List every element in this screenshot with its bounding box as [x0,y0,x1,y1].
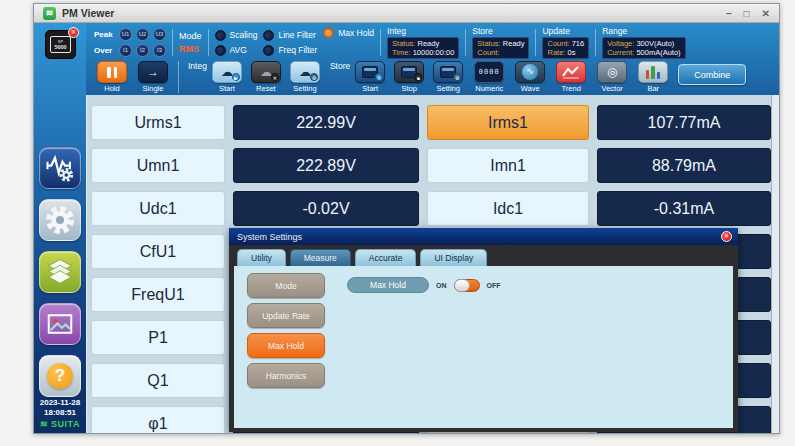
integ-status-value: Ready [418,39,440,48]
waveform-settings-icon [45,153,75,183]
param-label[interactable]: FreqU1 [91,277,225,312]
dialog-menu: Mode Update Rate Max Hold Harmonics [247,273,339,428]
tab-measure[interactable]: Measure [290,249,351,266]
integ-time-label: Time: [392,48,410,57]
max-hold-switch[interactable] [454,279,480,292]
help-icon: ? [47,363,73,389]
line-filter-toggle[interactable]: Line Filter [263,30,317,41]
avg-toggle[interactable]: AVG [215,45,258,56]
integ-start-label: Start [219,84,235,93]
pause-icon [107,67,111,78]
param-value: 107.77mA [597,105,771,140]
scaling-toggle[interactable]: Scaling [215,30,258,41]
device-connection-icon[interactable]: SP 5000 ✕ [45,30,76,59]
single-button[interactable]: → [138,61,168,83]
hold-button[interactable] [97,61,127,83]
max-hold-setting-row: Max Hold ON OFF [347,277,733,293]
store-setting-button[interactable]: ⚙ [433,61,463,83]
param-label[interactable]: Urms1 [91,105,225,140]
image-icon [45,309,75,339]
integ-reset-label: Reset [256,84,276,93]
divider [380,29,381,56]
store-status-value: Ready [503,39,525,48]
menu-item-update-rate[interactable]: Update Rate [247,303,325,328]
close-button[interactable]: ✕ [762,8,770,19]
param-label[interactable]: Udc1 [91,191,225,226]
dialog-tabs: Utility Measure Accurate UI Display [234,245,733,266]
layers-icon [45,257,75,287]
single-tool: → Single [137,61,169,93]
store-stop-button[interactable]: ■ [394,61,424,83]
max-hold-toggle[interactable]: Max Hold [323,27,374,38]
integ-reset-button[interactable]: ☁✕ [251,61,281,83]
mode-value: RMS [179,44,199,54]
menu-item-max-hold[interactable]: Max Hold [247,333,325,358]
integ-reset-tool: ☁✕ Reset [250,61,282,93]
store-group: Store ↻ Start ■ Stop ⚙ Setting [330,61,464,93]
integ-title: Integ [387,27,459,36]
gear-badge-icon: ⚙ [310,73,318,81]
tab-accurate[interactable]: Accurate [355,249,417,266]
tab-utility[interactable]: Utility [237,249,286,266]
param-label[interactable]: Q1 [91,363,225,398]
integ-group-title: Integ [188,61,207,93]
update-count-value: 716 [572,39,585,48]
sidebar-item-help[interactable]: ? [39,355,81,397]
bar-icon [646,70,650,79]
avg-indicator-icon [215,45,226,56]
trend-view-label: Trend [562,84,581,93]
minimize-button[interactable]: – [726,8,732,19]
sidebar-item-settings[interactable] [39,199,81,241]
menu-item-mode[interactable]: Mode [247,273,325,298]
param-label[interactable]: CfU1 [91,234,225,269]
store-status-section: Store Status: Ready Count: [472,27,529,59]
combine-button[interactable]: Combine [678,64,746,85]
vertical-scrollbar[interactable] [771,95,779,433]
over-label: Over [94,46,115,55]
max-hold-indicator-icon [323,27,334,38]
param-label-selected[interactable]: Irms1 [427,105,589,140]
numeric-view-button[interactable]: 0000 [474,61,504,83]
store-start-label: Start [362,84,378,93]
wave-icon: ∿ [522,64,538,80]
store-group-title: Store [330,61,350,93]
maximize-button[interactable]: □ [744,8,750,19]
param-label[interactable]: P1 [91,320,225,355]
integ-time-value: 10000:00:00 [413,48,455,57]
wave-view-label: Wave [521,84,540,93]
sidebar-item-measure-settings[interactable] [39,147,81,189]
scaling-indicator-icon [215,30,226,41]
on-label: ON [436,282,447,289]
param-value: -0.31mA [597,191,771,226]
range-status-box: Voltage: 300V(Auto) Current: 500mA(Auto) [602,37,685,59]
bar-view-button[interactable] [638,61,668,83]
store-stop-tool: ■ Stop [393,61,425,93]
bar-view-tool: Bar [637,61,669,93]
update-count-label: Count: [547,39,569,48]
update-rate-value: 0s [568,48,576,57]
param-label[interactable]: Imn1 [427,148,589,183]
filter-toggles: Line Filter Freq Filter [263,30,317,56]
stop-badge-icon: ■ [414,73,422,81]
param-label[interactable]: Idc1 [427,191,589,226]
integ-status-label: Status: [392,39,415,48]
menu-item-harmonics[interactable]: Harmonics [247,363,325,388]
dialog-close-button[interactable]: ✕ [721,231,732,242]
sidebar-item-screenshot[interactable] [39,303,81,345]
integ-setting-button[interactable]: ☁⚙ [290,61,320,83]
tab-ui-display[interactable]: UI Display [420,249,487,266]
param-label[interactable]: Umn1 [91,148,225,183]
sidebar-item-layers[interactable] [39,251,81,293]
vector-view-button[interactable]: ◎ [597,61,627,83]
freq-filter-toggle[interactable]: Freq Filter [263,45,317,56]
param-label[interactable]: φ1 [91,406,225,433]
trend-view-button[interactable] [556,61,586,83]
store-start-button[interactable]: ↻ [355,61,385,83]
integ-start-button[interactable]: ☁▶ [212,61,242,83]
off-label: OFF [487,282,501,289]
wave-view-button[interactable]: ∿ [515,61,545,83]
range-status-section: Range Voltage: 300V(Auto) Current: 500mA… [602,27,685,59]
app-window: ≋ PM Viewer – □ ✕ SP 5000 ✕ [33,3,780,434]
mode-block: Mode RMS [179,31,202,54]
numeric-view-tool: 0000 Numeric [473,61,505,93]
